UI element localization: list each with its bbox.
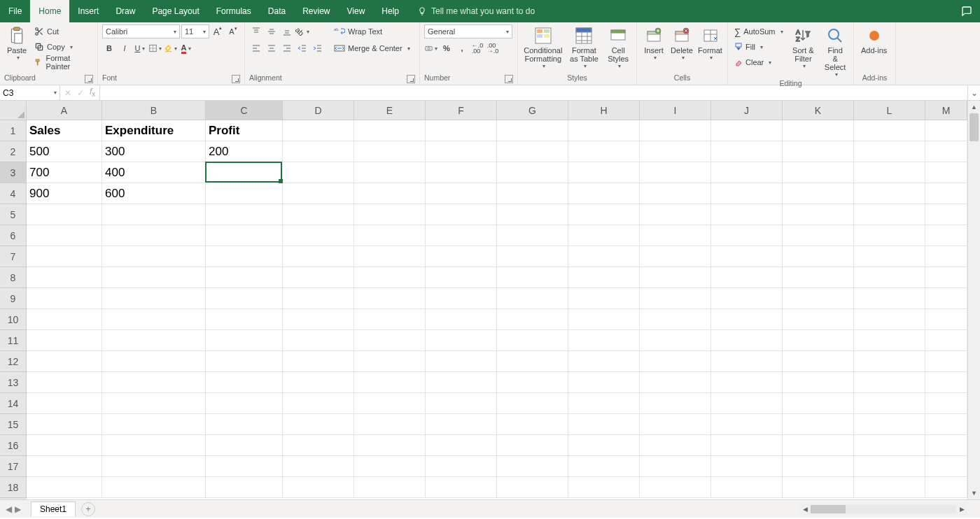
cell-L4[interactable] (854, 183, 925, 204)
row-header-18[interactable]: 18 (0, 477, 27, 498)
cell-G15[interactable] (497, 414, 568, 435)
align-center-button[interactable] (265, 41, 279, 55)
cell-A8[interactable] (27, 267, 102, 288)
cell-C14[interactable] (206, 393, 283, 414)
cell-D4[interactable] (283, 183, 354, 204)
cell-J12[interactable] (711, 351, 783, 372)
cells-area[interactable]: SalesExpenditureProfit500300200700400900… (27, 120, 967, 499)
cell-M1[interactable] (925, 120, 967, 141)
cell-E10[interactable] (354, 309, 426, 330)
column-header-I[interactable]: I (640, 101, 711, 120)
cell-A14[interactable] (27, 393, 102, 414)
sheet-tab-sheet1[interactable]: Sheet1 (31, 502, 76, 516)
cell-I3[interactable] (640, 162, 711, 183)
cell-G9[interactable] (497, 288, 568, 309)
cell-J17[interactable] (711, 456, 783, 477)
percent-button[interactable]: % (440, 41, 454, 55)
cell-D6[interactable] (283, 225, 354, 246)
row-header-11[interactable]: 11 (0, 330, 27, 351)
cell-G10[interactable] (497, 309, 568, 330)
column-header-B[interactable]: B (102, 101, 206, 120)
cell-G8[interactable] (497, 267, 568, 288)
column-header-K[interactable]: K (783, 101, 854, 120)
cell-H5[interactable] (568, 204, 640, 225)
cell-G5[interactable] (497, 204, 568, 225)
cell-F8[interactable] (426, 267, 497, 288)
find-select-button[interactable]: Find & Select▾ (821, 24, 849, 79)
row-header-7[interactable]: 7 (0, 246, 27, 267)
cell-E11[interactable] (354, 330, 426, 351)
cell-C11[interactable] (206, 330, 283, 351)
cell-G12[interactable] (497, 351, 568, 372)
cell-B5[interactable] (102, 204, 206, 225)
column-header-J[interactable]: J (711, 101, 783, 120)
cell-E15[interactable] (354, 414, 426, 435)
align-top-button[interactable] (249, 24, 263, 38)
scroll-left-button[interactable]: ◀ (799, 506, 811, 513)
cell-A6[interactable] (27, 225, 102, 246)
cell-D12[interactable] (283, 351, 354, 372)
column-header-F[interactable]: F (426, 101, 497, 120)
tab-help[interactable]: Help (373, 0, 407, 22)
column-header-A[interactable]: A (27, 101, 102, 120)
cell-D18[interactable] (283, 477, 354, 498)
tell-me-search[interactable]: Tell me what you want to do (417, 6, 535, 16)
cell-M15[interactable] (925, 414, 967, 435)
cell-C18[interactable] (206, 477, 283, 498)
cell-F9[interactable] (426, 288, 497, 309)
cell-F5[interactable] (426, 204, 497, 225)
row-header-8[interactable]: 8 (0, 267, 27, 288)
cell-H16[interactable] (568, 435, 640, 456)
cell-A9[interactable] (27, 288, 102, 309)
cell-F17[interactable] (426, 456, 497, 477)
expand-formula-bar-button[interactable]: ⌄ (967, 85, 980, 100)
cell-B2[interactable]: 300 (102, 141, 206, 162)
cell-I5[interactable] (640, 204, 711, 225)
paste-button[interactable]: Paste ▾ (4, 24, 29, 62)
decrease-indent-button[interactable] (295, 41, 309, 55)
cell-L7[interactable] (854, 246, 925, 267)
cell-K17[interactable] (783, 456, 854, 477)
cell-L9[interactable] (854, 288, 925, 309)
cell-E8[interactable] (354, 267, 426, 288)
cell-B9[interactable] (102, 288, 206, 309)
cell-K2[interactable] (783, 141, 854, 162)
cell-K18[interactable] (783, 477, 854, 498)
cell-B13[interactable] (102, 372, 206, 393)
cell-M9[interactable] (925, 288, 967, 309)
cell-E9[interactable] (354, 288, 426, 309)
autosum-button[interactable]: ∑AutoSum▾ (732, 24, 785, 38)
cell-C12[interactable] (206, 351, 283, 372)
cell-K3[interactable] (783, 162, 854, 183)
scroll-right-button[interactable]: ▶ (956, 506, 967, 513)
row-header-17[interactable]: 17 (0, 456, 27, 477)
increase-font-button[interactable]: A▴ (211, 24, 225, 38)
cell-F4[interactable] (426, 183, 497, 204)
increase-decimal-button[interactable]: ←.0.00 (470, 41, 484, 55)
cell-M2[interactable] (925, 141, 967, 162)
cell-B18[interactable] (102, 477, 206, 498)
cell-H11[interactable] (568, 330, 640, 351)
cell-D13[interactable] (283, 372, 354, 393)
cell-M18[interactable] (925, 477, 967, 498)
cell-F1[interactable] (426, 120, 497, 141)
cell-G6[interactable] (497, 225, 568, 246)
cell-D9[interactable] (283, 288, 354, 309)
cell-M14[interactable] (925, 393, 967, 414)
copy-button[interactable]: Copy▾ (32, 40, 93, 54)
cell-H15[interactable] (568, 414, 640, 435)
format-painter-button[interactable]: Format Painter (32, 55, 93, 69)
row-header-16[interactable]: 16 (0, 435, 27, 456)
cell-H14[interactable] (568, 393, 640, 414)
align-left-button[interactable] (249, 41, 263, 55)
cell-F7[interactable] (426, 246, 497, 267)
cell-J4[interactable] (711, 183, 783, 204)
cell-C10[interactable] (206, 309, 283, 330)
cell-J13[interactable] (711, 372, 783, 393)
cell-B11[interactable] (102, 330, 206, 351)
prev-sheet-button[interactable]: ◀ (6, 504, 12, 514)
align-bottom-button[interactable] (280, 24, 294, 38)
cell-E7[interactable] (354, 246, 426, 267)
cell-J6[interactable] (711, 225, 783, 246)
cell-C4[interactable] (206, 183, 283, 204)
